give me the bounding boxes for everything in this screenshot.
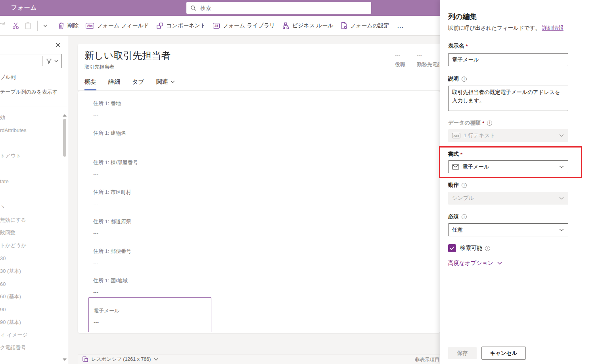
scroll-down-icon[interactable] bbox=[63, 358, 67, 361]
canvas-footer-bar: レスポンシブ (1261 x 766) 非表示項目を bbox=[78, 354, 440, 364]
column-list-item[interactable]: ィ イメージ bbox=[0, 329, 61, 341]
behavior-label: 動作i bbox=[448, 182, 467, 189]
show-only-table-columns-label[interactable]: テーブル列のみを表示す bbox=[0, 88, 58, 96]
clipboard-menu-chevron-icon[interactable] bbox=[41, 19, 50, 33]
search-input[interactable] bbox=[199, 5, 367, 11]
layout-chevron-icon[interactable] bbox=[154, 358, 158, 361]
checkbox-checked-icon[interactable] bbox=[448, 244, 456, 252]
format-label: 書式* bbox=[448, 151, 462, 158]
form-libraries-label: フォーム ライブラリ bbox=[222, 22, 275, 29]
js-library-icon: JS bbox=[213, 23, 220, 29]
column-list-item[interactable]: 30 bbox=[0, 252, 61, 264]
tab-related[interactable]: 関連 bbox=[156, 78, 175, 90]
responsive-layout-icon bbox=[82, 356, 88, 362]
command-bar: 削除 Abc フォーム フィールド コンポーネント JS フォーム ライブラリ … bbox=[0, 16, 440, 36]
required-asterisk: * bbox=[466, 43, 468, 49]
undo-icon[interactable] bbox=[0, 19, 10, 33]
cancel-button[interactable]: キャンセル bbox=[481, 347, 526, 360]
column-list-item[interactable] bbox=[0, 137, 61, 149]
edit-column-panel: 列の編集 以前に呼び出されたフィールドです。 詳細情報 表示名* 説明i 取引先… bbox=[440, 0, 598, 364]
paste-icon[interactable] bbox=[22, 19, 34, 33]
display-name-input[interactable] bbox=[448, 53, 568, 66]
business-rules-button[interactable]: ビジネス ルール bbox=[279, 18, 337, 33]
column-list-item[interactable]: 90 (基本) bbox=[0, 316, 61, 329]
tab-details[interactable]: 詳細 bbox=[108, 78, 120, 90]
column-list-item[interactable]: ヽ bbox=[0, 201, 61, 213]
column-list-item[interactable]: rdAttributes bbox=[0, 124, 61, 136]
hidden-items-label[interactable]: 非表示項目を bbox=[415, 356, 440, 363]
form-body-card: 住所 1: 番地 --- 住所 1: 建物名 --- 住所 1: 棟/部屋番号 … bbox=[78, 91, 440, 333]
components-button[interactable]: コンポーネント bbox=[153, 18, 209, 33]
info-icon: i bbox=[485, 246, 490, 251]
form-fields-column: 住所 1: 番地 --- 住所 1: 建物名 --- 住所 1: 棟/部屋番号 … bbox=[88, 94, 211, 332]
advanced-options-link[interactable]: 高度なオプション bbox=[448, 260, 502, 267]
abc-field-icon: Abc bbox=[86, 23, 94, 29]
form-settings-button[interactable]: フォームの設定 bbox=[337, 18, 393, 33]
info-icon: i bbox=[487, 121, 492, 126]
form-field[interactable]: 住所 1: 番地 --- bbox=[88, 94, 211, 124]
form-tabs: 概要 詳細 タブ 関連 bbox=[84, 78, 175, 90]
learn-more-link[interactable]: 詳細情報 bbox=[542, 25, 564, 31]
data-type-dropdown: Abc 1 行テキスト bbox=[448, 129, 568, 142]
filter-chevron-icon[interactable] bbox=[54, 60, 58, 62]
form-field[interactable]: 住所 1: 建物名 --- bbox=[88, 124, 211, 154]
header-field-jobtitle[interactable]: --- 役職 bbox=[395, 52, 405, 68]
format-dropdown[interactable]: 電子メール bbox=[448, 160, 568, 173]
form-designer-canvas: 新しい取引先担当者 取引先担当者 概要 詳細 タブ 関連 bbox=[68, 36, 440, 364]
sidebar-scrollbar[interactable] bbox=[61, 111, 68, 364]
column-list-item[interactable] bbox=[0, 162, 61, 175]
delete-button[interactable]: 削除 bbox=[54, 18, 82, 33]
required-asterisk: * bbox=[460, 151, 462, 157]
form-fields-button[interactable]: Abc フォーム フィールド bbox=[82, 18, 153, 33]
form-field[interactable]: 住所 1: 棟/部屋番号 --- bbox=[88, 153, 211, 183]
trash-icon bbox=[58, 22, 65, 29]
description-textarea[interactable]: 取引先担当者の既定電子メールのアドレスを入力します。 bbox=[448, 86, 568, 111]
form-settings-icon bbox=[341, 22, 347, 29]
filter-icon[interactable] bbox=[46, 58, 52, 64]
required-label: 必須i bbox=[448, 213, 467, 220]
close-icon[interactable] bbox=[54, 40, 62, 49]
column-list-item[interactable]: 30 (基本) bbox=[0, 265, 61, 278]
form-settings-label: フォームの設定 bbox=[350, 22, 389, 29]
scrollbar-thumb[interactable] bbox=[63, 119, 66, 157]
columns-search-input[interactable] bbox=[0, 58, 42, 65]
column-list-item[interactable]: 効 bbox=[0, 111, 61, 124]
column-list-item[interactable] bbox=[0, 188, 61, 201]
form-field[interactable]: 住所 1: 都道府県 --- bbox=[88, 213, 211, 242]
form-field[interactable]: 住所 1: 国/地域 --- bbox=[88, 272, 211, 301]
form-header-card: 新しい取引先担当者 取引先担当者 概要 詳細 タブ 関連 bbox=[78, 44, 440, 90]
business-rules-icon bbox=[282, 22, 289, 29]
header-field-businessphone[interactable]: --- 勤務先電話 bbox=[417, 52, 440, 68]
column-list-item[interactable]: トアウト bbox=[0, 149, 61, 162]
form-fields-label: フォーム フィールド bbox=[97, 22, 149, 29]
behavior-dropdown: シンプル bbox=[448, 192, 568, 205]
form-entity-name: 取引先担当者 bbox=[84, 64, 114, 71]
column-list-item[interactable]: tate bbox=[0, 175, 61, 188]
info-icon: i bbox=[462, 77, 467, 82]
form-field[interactable]: 住所 1: 郵便番号 --- bbox=[88, 242, 211, 272]
column-list-item[interactable]: ク電話番号 bbox=[0, 341, 61, 354]
tab-tabs[interactable]: タブ bbox=[132, 78, 144, 90]
cut-icon[interactable] bbox=[10, 19, 22, 33]
panel-description: 以前に呼び出されたフィールドです。 詳細情報 bbox=[448, 25, 564, 32]
chevron-down-icon bbox=[559, 197, 564, 200]
column-list-item[interactable]: 60 bbox=[0, 278, 61, 290]
form-field[interactable]: 住所 1: 市区町村 --- bbox=[88, 183, 211, 213]
column-list-item[interactable]: 無効にする bbox=[0, 213, 61, 226]
column-list-item[interactable]: 60 (基本) bbox=[0, 290, 61, 303]
column-list-item[interactable]: 敗回数 bbox=[0, 226, 61, 239]
tab-overview[interactable]: 概要 bbox=[84, 78, 96, 90]
form-field[interactable]: 電子メール --- bbox=[88, 297, 211, 332]
form-libraries-button[interactable]: JS フォーム ライブラリ bbox=[209, 18, 279, 33]
global-search[interactable] bbox=[186, 2, 371, 14]
searchable-checkbox-row[interactable]: 検索可能i bbox=[448, 244, 490, 252]
scroll-up-icon[interactable] bbox=[63, 114, 67, 117]
column-list-item[interactable]: 90 bbox=[0, 303, 61, 316]
app-header: フォーム bbox=[0, 0, 440, 16]
delete-label: 削除 bbox=[67, 22, 79, 29]
column-list-item[interactable]: トかどうか bbox=[0, 239, 61, 252]
responsive-layout-label[interactable]: レスポンシブ (1261 x 766) bbox=[91, 356, 151, 363]
more-commands-button[interactable]: … bbox=[393, 22, 408, 30]
columns-search-box[interactable] bbox=[0, 54, 62, 68]
required-dropdown[interactable]: 任意 bbox=[448, 223, 568, 236]
